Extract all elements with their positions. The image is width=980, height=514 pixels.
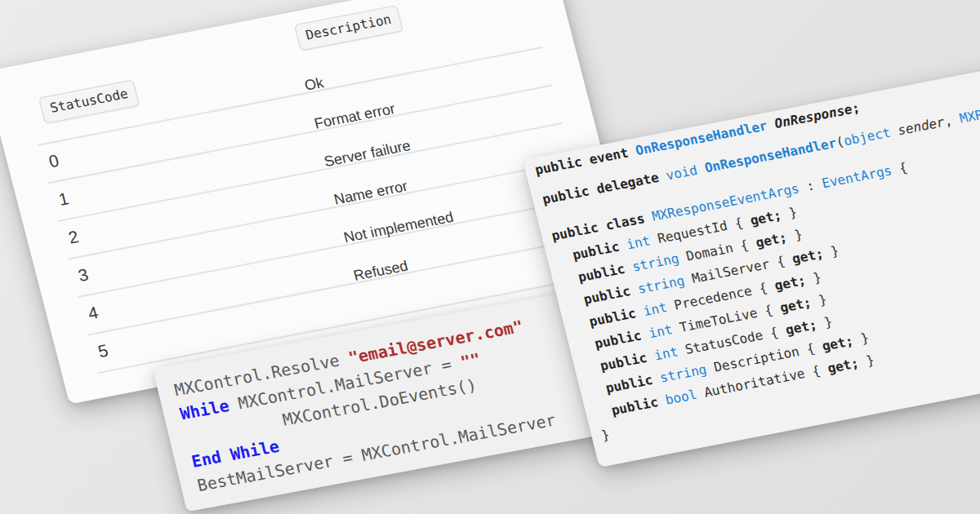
table-rows: 0Ok1Format error2Server failure3Name err… xyxy=(0,0,553,72)
column-header-statuscode: StatusCode xyxy=(38,79,140,124)
background: StatusCode Description 0Ok1Format error2… xyxy=(0,0,980,514)
description-cell: Ok xyxy=(300,64,328,105)
column-header-description: Description xyxy=(294,5,403,51)
